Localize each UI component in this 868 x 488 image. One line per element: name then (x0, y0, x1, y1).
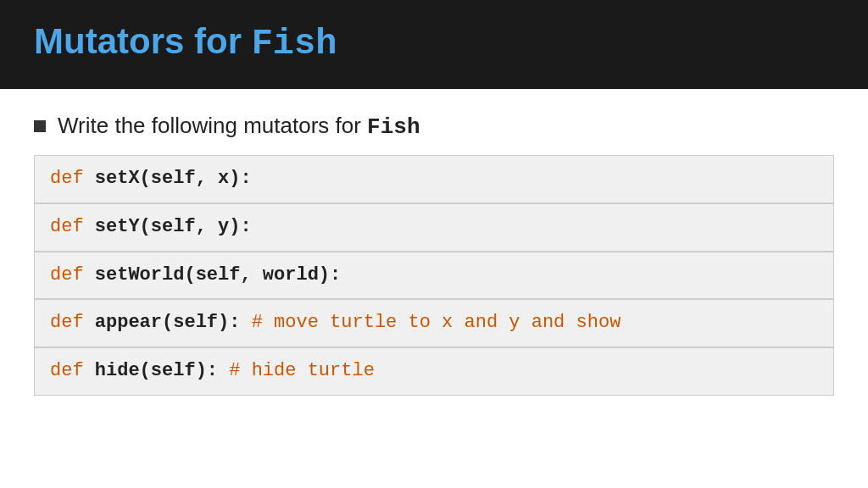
bullet-item: Write the following mutators for Fish (34, 113, 834, 140)
keyword-appear: def (50, 312, 84, 333)
title-prefix: Mutators for (34, 21, 252, 61)
keyword-setX: def (50, 168, 84, 189)
code-block-setY: def setY(self, y): (34, 203, 834, 252)
bullet-square-icon (34, 120, 46, 132)
body-setY: setY(self, y): (84, 216, 252, 237)
code-block-setWorld: def setWorld(self, world): (34, 252, 834, 300)
bullet-code-fish: Fish (367, 114, 420, 140)
body-setX: setX(self, x): (84, 168, 252, 189)
header: Mutators for Fish (0, 0, 868, 89)
code-block-setX: def setX(self, x): (34, 155, 834, 203)
code-block-appear: def appear(self): # move turtle to x and… (34, 299, 834, 347)
page-title: Mutators for Fish (34, 21, 337, 64)
keyword-setY: def (50, 216, 84, 237)
keyword-setWorld: def (50, 264, 84, 286)
code-blocks-container: def setX(self, x): def setY(self, y): de… (34, 155, 834, 396)
comment-hide: # hide turtle (229, 360, 375, 381)
body-appear: appear(self): (84, 312, 252, 333)
bullet-text: Write the following mutators for Fish (58, 113, 420, 140)
bullet-text-prefix: Write the following mutators for (58, 113, 367, 138)
comment-appear: # move turtle to x and y and show (252, 312, 621, 333)
title-code: Fish (252, 24, 337, 64)
code-block-hide: def hide(self): # hide turtle (34, 347, 834, 396)
content-area: Write the following mutators for Fish de… (0, 89, 868, 413)
keyword-hide: def (50, 360, 84, 381)
body-setWorld: setWorld(self, world): (84, 264, 342, 286)
body-hide: hide(self): (84, 360, 230, 381)
